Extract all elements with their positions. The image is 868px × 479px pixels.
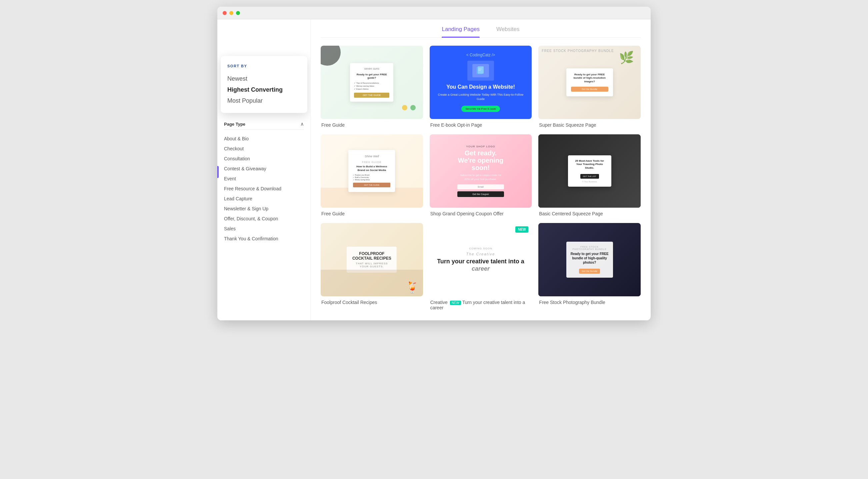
tab-landing-pages[interactable]: Landing Pages: [442, 26, 479, 37]
app-body: SORT BY Newest Highest Converting Most P…: [217, 19, 651, 320]
template-card-creative[interactable]: NEW COMING SOON The Creative Turn your c…: [430, 223, 532, 310]
tab-websites[interactable]: Websites: [496, 26, 520, 37]
card-label-squeeze: Super Basic Squeeze Page: [538, 122, 641, 128]
card-label-cocktail: Foolproof Cocktail Recipes: [321, 300, 423, 305]
card-label-ebook: Free E-book Opt-in Page: [430, 122, 532, 128]
card-preview-coupon: YOUR SHOP LOGO Get ready. We're opening …: [430, 134, 532, 207]
card-label-wellness: Free Guide: [321, 211, 423, 216]
template-card-coupon[interactable]: YOUR SHOP LOGO Get ready. We're opening …: [430, 134, 532, 216]
page-type-header[interactable]: Page Type ∧: [224, 121, 304, 130]
template-card-cocktail[interactable]: FOOLPROOF COCKTAIL RECIPES THAT WILL IMP…: [321, 223, 423, 310]
sort-option-most-popular[interactable]: Most Popular: [227, 95, 301, 106]
page-type-section: Page Type ∧ About & Bio Checkout Consult…: [217, 116, 310, 247]
minimize-button[interactable]: [229, 11, 233, 15]
sidebar-item-newsletter-signup[interactable]: Newsletter & Sign Up: [224, 204, 304, 214]
template-card-photo2[interactable]: FREE STOCK PHOTOGRAPHY BUNDLE Ready to g…: [538, 223, 641, 310]
svg-rect-2: [478, 69, 482, 69]
titlebar: [217, 7, 651, 19]
sort-option-newest[interactable]: Newest: [227, 73, 301, 84]
card-preview-squeeze: 🌿 FREE STOCK PHOTOGRAPHY BUNDLE Ready to…: [538, 46, 641, 119]
card-preview-photo: 25 Must-have Tools for Your Traveling Ph…: [538, 134, 641, 207]
close-button[interactable]: [223, 11, 227, 15]
sidebar-item-offer-discount-coupon[interactable]: Offer, Discount, & Coupon: [224, 214, 304, 224]
card-preview-wellness: Shine Well FREE GUIDE How to Build a Wel…: [321, 134, 423, 207]
card-label-creative: Creative NEW Turn your creative talent i…: [430, 300, 532, 310]
card-label-photo: Basic Centered Squeeze Page: [538, 211, 641, 216]
template-card-squeeze[interactable]: 🌿 FREE STOCK PHOTOGRAPHY BUNDLE Ready to…: [538, 46, 641, 128]
sidebar-item-lead-capture[interactable]: Lead Capture: [224, 194, 304, 204]
card-preview-free-guide-1: seven suns Ready to get your FREE guide?…: [321, 46, 423, 119]
sort-by-label: SORT BY: [227, 64, 301, 68]
card-preview-cocktail: FOOLPROOF COCKTAIL RECIPES THAT WILL IMP…: [321, 223, 423, 296]
tabs-bar: Landing Pages Websites: [321, 19, 641, 38]
chevron-up-icon: ∧: [300, 121, 304, 127]
card-label-coupon: Shop Grand Opening Coupon Offer: [430, 211, 532, 216]
card-preview-creative: NEW COMING SOON The Creative Turn your c…: [430, 223, 532, 296]
card-label-photo2: Free Stock Photography Bundle: [538, 300, 641, 305]
sort-option-highest-converting[interactable]: Highest Converting: [227, 84, 301, 95]
page-type-label: Page Type: [224, 122, 245, 127]
template-card-free-guide-1[interactable]: seven suns Ready to get your FREE guide?…: [321, 46, 423, 128]
sidebar-item-free-resource-download[interactable]: Free Resource & Download: [224, 184, 304, 194]
sidebar-item-thank-you-confirmation[interactable]: Thank You & Confirmation: [224, 234, 304, 244]
sidebar-item-sales[interactable]: Sales: [224, 224, 304, 234]
sidebar-item-contest-giveaway[interactable]: Contest & Giveaway: [224, 164, 304, 174]
card-preview-photo2: FREE STOCK PHOTOGRAPHY BUNDLE Ready to g…: [538, 223, 641, 296]
template-grid: seven suns Ready to get your FREE guide?…: [321, 46, 641, 310]
sort-dropdown: SORT BY Newest Highest Converting Most P…: [221, 56, 307, 113]
card-preview-ebook: < CodingCatz />: [430, 46, 532, 119]
template-card-photo[interactable]: 25 Must-have Tools for Your Traveling Ph…: [538, 134, 641, 216]
sidebar-item-about-bio[interactable]: About & Bio: [224, 134, 304, 144]
template-card-wellness[interactable]: Shine Well FREE GUIDE How to Build a Wel…: [321, 134, 423, 216]
sidebar-active-indicator: [217, 166, 219, 178]
creative-new-label: Creative NEW Turn your creative talent i…: [430, 300, 525, 310]
card-label-free-guide-1: Free Guide: [321, 122, 423, 128]
sidebar-item-event[interactable]: Event: [224, 174, 304, 184]
sidebar: SORT BY Newest Highest Converting Most P…: [217, 19, 311, 320]
main-content: Landing Pages Websites seven suns Ready …: [311, 19, 651, 320]
svg-rect-3: [478, 70, 481, 71]
sidebar-item-consultation[interactable]: Consultation: [224, 154, 304, 164]
new-badge: NEW: [515, 226, 528, 233]
maximize-button[interactable]: [236, 11, 240, 15]
sidebar-item-checkout[interactable]: Checkout: [224, 144, 304, 154]
app-window: SORT BY Newest Highest Converting Most P…: [217, 7, 651, 320]
template-card-ebook[interactable]: < CodingCatz />: [430, 46, 532, 128]
